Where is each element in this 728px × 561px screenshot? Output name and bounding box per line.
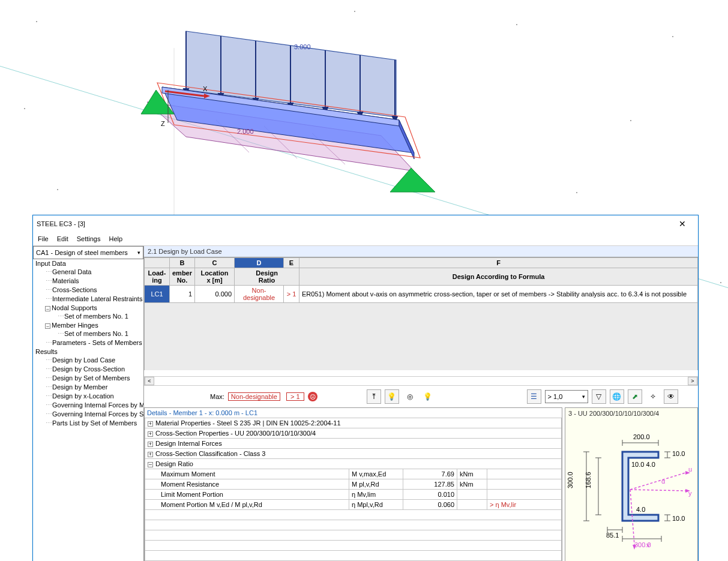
det-row-val[interactable]: Moment Portion M v,Ed / M pl,v,Rd η Mpl,… xyxy=(145,500,562,510)
svg-text:10.0: 10.0 xyxy=(672,515,685,522)
max-value: Non-designable xyxy=(228,392,280,401)
tree-nodal-supports[interactable]: –Nodal Supports xyxy=(33,304,143,312)
svg-text:u: u xyxy=(688,466,692,473)
det-row-val[interactable]: Limit Moment Portion η Mv,lim 0.010 xyxy=(145,490,562,500)
menu-help[interactable]: Help xyxy=(109,235,122,242)
menubar: File Edit Settings Help xyxy=(33,232,698,245)
svg-text:4.0: 4.0 xyxy=(636,506,645,513)
col-D[interactable]: D xyxy=(235,258,284,268)
col-F[interactable]: F xyxy=(299,258,698,268)
tool-circle-1[interactable]: ◎ xyxy=(403,389,417,404)
tree-nodal-set1[interactable]: ⋯Set of members No. 1 xyxy=(33,312,143,321)
details-table[interactable]: +Material Properties - Steel S 235 JR | … xyxy=(145,418,562,561)
ratio-filter-combo[interactable]: > 1,0▾ xyxy=(545,390,588,403)
menu-settings[interactable]: Settings xyxy=(77,235,101,242)
tree-hinges-set1[interactable]: ⋯Set of members No. 1 xyxy=(33,329,143,338)
result-table[interactable]: B C D E F Load- ing ember No. Location x… xyxy=(144,257,698,376)
cell-ratio: Non-designable xyxy=(235,286,284,303)
svg-text:200.0: 200.0 xyxy=(633,433,650,440)
nav-tree[interactable]: Input Data ⋯General Data ⋯Materials ⋯Cro… xyxy=(33,259,143,561)
tree-parts-list[interactable]: ⋯Parts List by Set of Members xyxy=(33,419,143,428)
menu-edit[interactable]: Edit xyxy=(57,235,68,242)
tool-bulb-2[interactable]: 💡 xyxy=(421,389,435,404)
section-title: 2.1 Design by Load Case xyxy=(144,246,698,257)
det-row-dif[interactable]: +Design Internal Forces xyxy=(145,439,562,449)
table-row[interactable]: LC1 1 0.000 Non-designable > 1 ER051) Mo… xyxy=(145,286,698,303)
error-face-icon: ☹ xyxy=(308,392,317,401)
tree-results[interactable]: Results xyxy=(33,347,143,356)
load-value-label: 3.000 xyxy=(294,43,311,50)
tool-list-icon[interactable]: ☰ xyxy=(527,389,541,404)
tree-design-set[interactable]: ⋯Design by Set of Members xyxy=(33,374,143,383)
surface-value-label: 2.000 xyxy=(237,128,254,135)
cell-location: 0.000 xyxy=(195,286,235,303)
det-row-csc[interactable]: +Cross-Section Classification - Class 3 xyxy=(145,449,562,459)
tree-input-data[interactable]: Input Data xyxy=(33,259,143,268)
svg-line-54 xyxy=(630,490,685,491)
cell-formula: ER051) Moment about v-axis on asymmetric… xyxy=(299,286,698,303)
svg-line-53 xyxy=(630,473,685,490)
navigation-panel: CA1 - Design of steel members ▾ Input Da… xyxy=(33,246,144,561)
tree-member-hinges[interactable]: –Member Hinges xyxy=(33,321,143,329)
svg-text:168.6: 168.6 xyxy=(585,472,592,488)
col-C[interactable]: C xyxy=(195,258,235,268)
svg-text:v: v xyxy=(646,541,650,548)
tree-parameters[interactable]: ⋯Parameters - Sets of Members xyxy=(33,338,143,347)
case-combo-value: CA1 - Design of steel members xyxy=(36,249,128,256)
tool-eye-icon[interactable]: 👁 xyxy=(664,389,678,404)
titlebar[interactable]: STEEL EC3 - [3] ✕ xyxy=(33,215,698,232)
tree-materials[interactable]: ⋯Materials xyxy=(33,277,143,286)
max-gt1: > 1 xyxy=(286,392,304,401)
tree-design-member[interactable]: ⋯Design by Member xyxy=(33,383,143,392)
tree-design-loadcase[interactable]: ⋯Design by Load Case xyxy=(33,356,143,365)
tool-export-icon[interactable]: ⬈ xyxy=(628,389,642,404)
tree-gov-s[interactable]: ⋯Governing Internal Forces by S xyxy=(33,410,143,419)
tool-filter-1[interactable]: ⤒ xyxy=(367,389,381,404)
scroll-right-arrow[interactable]: > xyxy=(688,377,697,385)
section-title: 3 - UU 200/300/10/10/10/300/4 xyxy=(565,408,697,419)
chevron-down-icon: ▾ xyxy=(582,394,585,400)
col-B[interactable]: B xyxy=(170,258,195,268)
tree-intermediate-restraints[interactable]: ⋯Intermediate Lateral Restraints xyxy=(33,295,143,304)
h-scrollbar[interactable]: < > xyxy=(144,376,698,386)
tree-cross-sections[interactable]: ⋯Cross-Sections xyxy=(33,286,143,295)
svg-text:α: α xyxy=(661,478,666,485)
scroll-left-arrow[interactable]: < xyxy=(145,377,154,385)
chevron-down-icon: ▾ xyxy=(137,250,140,256)
tool-funnel-icon[interactable]: ▽ xyxy=(592,389,606,404)
svg-text:10.0: 10.0 xyxy=(672,450,685,457)
det-row-val[interactable]: Maximum Moment M v,max,Ed 7.69 kNm xyxy=(145,469,562,479)
tool-globe-icon[interactable]: 🌐 xyxy=(610,389,624,404)
det-row-cs[interactable]: +Cross-Section Properties - UU 200/300/1… xyxy=(145,428,562,439)
svg-text:y: y xyxy=(688,490,692,497)
hdr-formula: Design According to Formula xyxy=(299,268,698,286)
cell-loading: LC1 xyxy=(145,286,170,303)
ratio-filter-value: > 1,0 xyxy=(548,393,563,400)
det-row-val[interactable]: Moment Resistance M pl,v,Rd 127.85 kNm xyxy=(145,479,562,490)
cross-section-diagram: 200.0 300.0 168.6 300.0 85.1 10.0 10.0 1… xyxy=(565,419,697,557)
hdr-ratio: Design Ratio xyxy=(235,268,299,286)
det-row-dr[interactable]: –Design Ratio xyxy=(145,459,562,469)
tool-bulb-off[interactable]: 💡 xyxy=(385,389,399,404)
tree-gov-m[interactable]: ⋯Governing Internal Forces by M xyxy=(33,401,143,410)
hdr-loading: Load- ing xyxy=(145,268,170,286)
col-E[interactable]: E xyxy=(284,258,299,268)
tree-design-xlocation[interactable]: ⋯Design by x-Location xyxy=(33,392,143,401)
case-combo[interactable]: CA1 - Design of steel members ▾ xyxy=(33,246,143,259)
close-button[interactable]: ✕ xyxy=(670,217,694,230)
menu-file[interactable]: File xyxy=(38,235,49,242)
tree-general[interactable]: ⋯General Data xyxy=(33,268,143,277)
svg-text:Z: Z xyxy=(161,120,165,127)
steel-ec3-window: STEEL EC3 - [3] ✕ File Edit Settings Hel… xyxy=(32,215,699,561)
det-row-material[interactable]: +Material Properties - Steel S 235 JR | … xyxy=(145,418,562,428)
tree-design-crosssection[interactable]: ⋯Design by Cross-Section xyxy=(33,365,143,374)
details-panel[interactable]: Details - Member 1 - x: 0.000 m - LC1 +M… xyxy=(144,407,562,561)
svg-text:300.0: 300.0 xyxy=(567,472,574,488)
svg-text:10.0 4.0: 10.0 4.0 xyxy=(631,461,655,468)
svg-marker-26 xyxy=(390,168,435,192)
details-title: Details - Member 1 - x: 0.000 m - LC1 xyxy=(145,408,562,418)
window-title: STEEL EC3 - [3] xyxy=(37,220,85,227)
section-preview-panel[interactable]: 3 - UU 200/300/10/10/10/300/4 xyxy=(565,407,698,561)
tool-extra-icon[interactable]: ✧ xyxy=(646,389,660,404)
cell-member: 1 xyxy=(170,286,195,303)
